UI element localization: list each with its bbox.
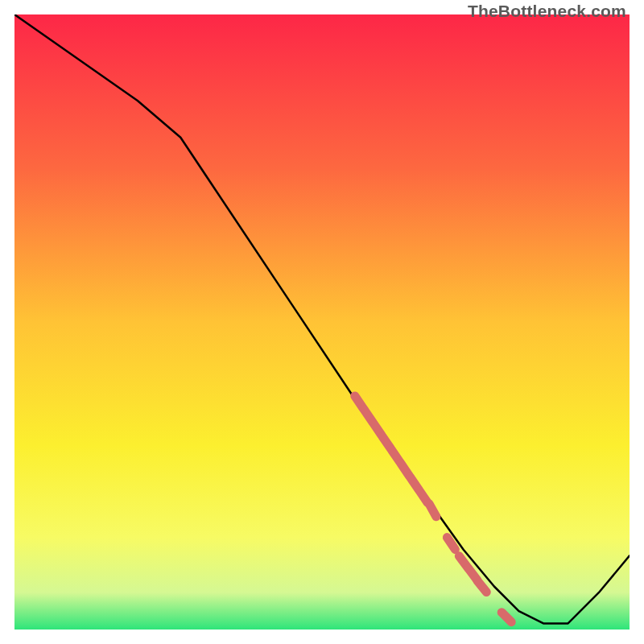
highlight-dot — [502, 613, 511, 622]
chart-overlay — [14, 14, 630, 630]
highlight-dot — [429, 504, 436, 517]
highlight-dot — [447, 538, 455, 550]
watermark-text: TheBottleneck.com — [468, 2, 626, 21]
plot-area — [14, 14, 630, 630]
highlight-dots — [355, 396, 511, 622]
curve-line — [14, 14, 630, 623]
chart-root: TheBottleneck.com — [0, 0, 644, 644]
curve-path — [14, 14, 630, 623]
highlight-dot — [477, 581, 486, 592]
